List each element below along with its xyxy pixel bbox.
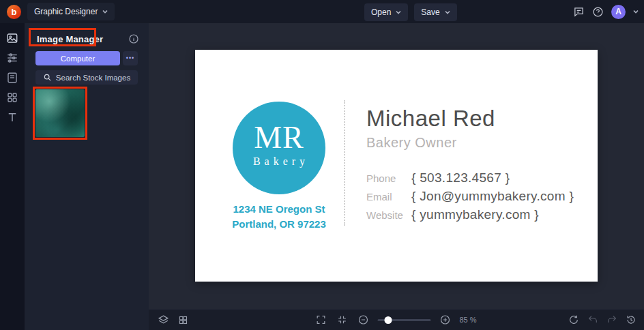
rail-item-edit-settings[interactable] <box>3 52 22 64</box>
app-menu-label: Graphic Designer <box>34 7 98 16</box>
help-icon[interactable] <box>592 6 604 18</box>
panel-header: Image Manager <box>25 23 149 45</box>
sync-icon[interactable] <box>567 313 581 327</box>
panel-title: Image Manager <box>37 34 103 44</box>
open-label: Open <box>371 7 391 17</box>
card-address-line2: Portland, OR 97223 <box>195 217 363 232</box>
history-tools <box>567 313 638 327</box>
graphics-grid-icon <box>6 91 18 104</box>
rail-item-graphics[interactable] <box>3 91 22 104</box>
zoom-in-icon[interactable] <box>439 313 452 327</box>
contact-row-email[interactable]: Email { Jon@yummybakery.com } <box>366 189 574 207</box>
contact-value: { Jon@yummybakery.com } <box>411 189 574 204</box>
open-button[interactable]: Open <box>364 3 408 21</box>
account-chevron-icon[interactable] <box>633 10 639 14</box>
zoom-slider[interactable] <box>378 319 431 321</box>
layer-tools <box>156 313 190 327</box>
chevron-down-icon <box>102 10 108 14</box>
card-logo-word: Bakery <box>233 155 325 168</box>
app-logo[interactable]: b <box>7 5 21 19</box>
search-stock-images-label: Search Stock Images <box>56 74 130 82</box>
canvas-area[interactable]: MR Bakery 1234 NE Oregon St Portland, OR… <box>149 23 644 330</box>
card-logo[interactable]: MR Bakery <box>233 102 325 194</box>
tool-rail <box>0 23 25 330</box>
contact-row-website[interactable]: Website { yummybakery.com } <box>366 207 574 226</box>
zoom-slider-handle[interactable] <box>385 316 392 324</box>
file-actions: Open Save <box>364 3 457 21</box>
rail-item-templates[interactable] <box>3 72 22 84</box>
card-address-line1: 1234 NE Oregon St <box>195 202 363 217</box>
grid-icon[interactable] <box>176 313 190 327</box>
card-details: Michael Red Bakery Owner Phone { 503.123… <box>366 106 574 226</box>
zoom-level: 85 % <box>460 316 479 324</box>
history-icon[interactable] <box>624 313 638 327</box>
feedback-icon[interactable] <box>573 6 585 18</box>
card-person-title[interactable]: Bakery Owner <box>366 135 574 151</box>
card-address[interactable]: 1234 NE Oregon St Portland, OR 97223 <box>195 202 363 232</box>
card-contacts: Phone { 503.123.4567 } Email { Jon@yummy… <box>366 170 574 226</box>
redo-icon[interactable] <box>605 313 619 327</box>
card-divider <box>344 100 345 226</box>
app-logo-letter: b <box>12 7 17 17</box>
rail-item-image-manager[interactable] <box>3 32 22 44</box>
zoom-controls: 85 % <box>314 313 479 327</box>
layers-icon[interactable] <box>156 313 170 327</box>
zoom-out-icon[interactable] <box>357 313 370 327</box>
account-area: A <box>573 0 639 23</box>
computer-upload-button[interactable]: Computer <box>35 51 120 65</box>
search-icon <box>43 73 52 82</box>
contact-label: Phone <box>366 172 411 184</box>
app-menu-button[interactable]: Graphic Designer <box>27 3 115 20</box>
chevron-down-icon <box>396 10 401 14</box>
templates-icon <box>6 72 18 84</box>
contact-row-phone[interactable]: Phone { 503.123.4567 } <box>366 170 574 189</box>
more-options-button[interactable]: ••• <box>123 51 138 65</box>
business-card[interactable]: MR Bakery 1234 NE Oregon St Portland, OR… <box>195 50 598 282</box>
save-label: Save <box>421 7 439 17</box>
text-icon <box>6 111 18 123</box>
canvas-bottom-toolbar: 85 % <box>149 309 644 330</box>
undo-icon[interactable] <box>586 313 600 327</box>
avatar[interactable]: A <box>611 5 626 19</box>
sliders-icon <box>6 52 18 64</box>
contact-value: { 503.123.4567 } <box>411 170 510 185</box>
fit-screen-icon[interactable] <box>336 313 349 327</box>
contact-label: Website <box>366 209 411 221</box>
chevron-down-icon <box>445 10 450 14</box>
upload-actions: Computer ••• <box>25 51 149 65</box>
image-manager-panel: Image Manager Computer ••• Search Stock … <box>25 23 149 330</box>
contact-value: { yummybakery.com } <box>411 207 539 222</box>
card-person-name[interactable]: Michael Red <box>366 106 574 132</box>
contact-label: Email <box>366 191 411 202</box>
fullscreen-icon[interactable] <box>314 313 328 327</box>
save-button[interactable]: Save <box>414 3 456 21</box>
rail-item-text[interactable] <box>3 111 22 123</box>
image-thumbnail[interactable] <box>35 89 85 137</box>
image-icon <box>6 32 18 44</box>
top-toolbar: b Graphic Designer Open Save A <box>0 0 644 23</box>
info-icon[interactable] <box>128 33 139 44</box>
search-stock-images-button[interactable]: Search Stock Images <box>35 70 138 85</box>
card-logo-initials: MR <box>233 122 325 153</box>
